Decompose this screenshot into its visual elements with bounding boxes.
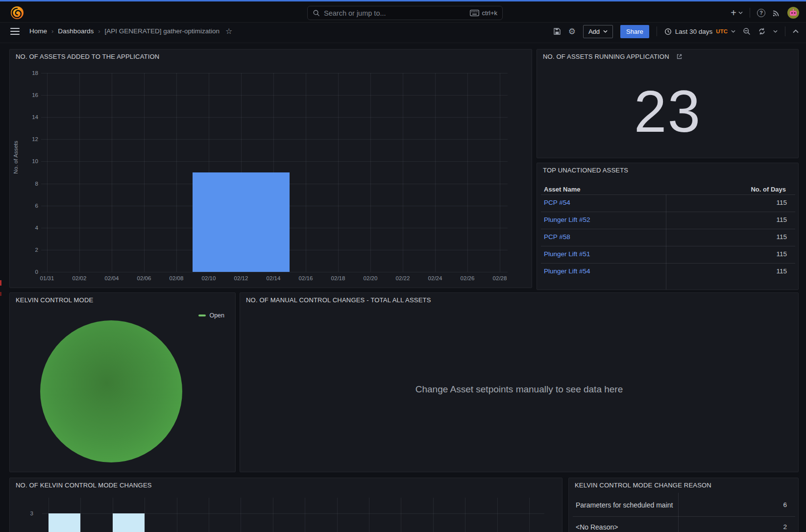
breadcrumb-dashboards[interactable]: Dashboards	[58, 27, 94, 35]
gridline-v	[403, 73, 403, 272]
gridline-v	[433, 498, 434, 532]
save-dashboard-button[interactable]	[553, 27, 561, 35]
count-value: 6	[762, 501, 787, 508]
x-tick-label: 02/26	[456, 275, 479, 282]
save-icon	[553, 27, 561, 35]
row-divider	[541, 263, 795, 264]
gridline-v	[112, 73, 112, 272]
asset-name-link[interactable]: PCP #58	[544, 233, 570, 241]
asset-name-link[interactable]: Plunger Lift #54	[544, 267, 590, 275]
bar-chart-assets-added: 02468101214161801/3102/0202/0402/0602/08…	[10, 49, 533, 289]
menu-toggle-button[interactable]	[10, 28, 20, 35]
breadcrumb-separator: ›	[51, 27, 53, 35]
x-tick-label: 02/14	[262, 275, 285, 282]
row-divider	[541, 246, 795, 246]
days-value: 115	[757, 199, 787, 206]
y-tick-label: 2	[17, 246, 38, 253]
refresh-interval-button[interactable]	[773, 30, 778, 33]
gridline-v	[306, 73, 306, 272]
gridline-v	[80, 498, 81, 532]
favorite-star-button[interactable]: ☆	[225, 26, 232, 36]
gridline-v	[467, 73, 468, 272]
row-divider	[541, 229, 795, 229]
timezone-label: UTC	[716, 28, 728, 34]
breadcrumb: Home › Dashboards › [API GENERATED] gath…	[29, 25, 232, 36]
gridline-h	[41, 95, 508, 96]
divider	[657, 26, 657, 36]
legend-item-open[interactable]: Open	[198, 312, 224, 319]
gridline-h	[41, 117, 508, 118]
days-value: 115	[757, 233, 787, 241]
asset-name-link[interactable]: PCP #54	[544, 199, 570, 206]
add-panel-button[interactable]: Add	[583, 25, 613, 38]
gridline-v	[145, 498, 145, 532]
y-tick-label: 14	[17, 114, 38, 121]
x-tick-label: 02/24	[424, 275, 446, 282]
panel-assets-running: NO. OF ASSETS RUNNING APPLICATION 23	[537, 49, 799, 158]
panel-title[interactable]: KELVIN CONTROL MODE	[16, 296, 93, 304]
pie-chart-open-slice	[40, 320, 182, 462]
row-divider	[541, 194, 795, 195]
x-tick-label: 02/10	[197, 275, 220, 282]
gridline-v	[144, 73, 145, 272]
news-button[interactable]	[772, 9, 781, 17]
bar	[49, 513, 80, 532]
gridline-v	[79, 73, 80, 272]
user-avatar[interactable]	[787, 7, 799, 19]
bar	[113, 513, 145, 532]
count-value: 2	[762, 523, 787, 531]
screen-edge-artifact	[0, 280, 1, 286]
panel-title[interactable]: NO. OF MANUAL CONTROL CHANGES - TOTAL AL…	[246, 296, 431, 304]
gridline-v	[337, 498, 338, 532]
days-value: 115	[757, 267, 787, 275]
x-tick-label: 02/18	[327, 275, 349, 282]
help-icon: ?	[757, 9, 765, 17]
divider	[750, 8, 750, 18]
keyboard-icon	[470, 10, 479, 16]
row-divider	[573, 516, 795, 517]
chevron-down-icon	[731, 30, 735, 33]
x-tick-label: 02/06	[133, 275, 155, 282]
new-dropdown-button[interactable]: +	[731, 8, 743, 17]
zoom-out-button[interactable]	[743, 27, 751, 35]
x-tick-label: 02/04	[100, 275, 123, 282]
gridline-v	[305, 498, 305, 532]
gridline-v	[370, 73, 371, 272]
help-button[interactable]: ?	[757, 9, 765, 17]
asset-name-link[interactable]: Plunger Lift #51	[544, 250, 590, 258]
gridline-v	[176, 73, 177, 272]
gridline-h	[41, 139, 508, 140]
gridline-v	[209, 498, 209, 532]
panel-title[interactable]: NO. OF ASSETS RUNNING APPLICATION	[543, 53, 683, 60]
x-tick-label: 02/28	[488, 275, 511, 282]
reason-text: Parameters for scheduled maint	[576, 501, 673, 509]
time-range-picker[interactable]: Last 30 days UTC	[664, 28, 735, 35]
table-top-unactioned: PCP #54115Plunger Lift #52115PCP #58115P…	[537, 163, 799, 290]
gridline-v	[241, 498, 241, 532]
asset-name-link[interactable]: Plunger Lift #52	[544, 216, 590, 223]
gridline-v	[177, 498, 177, 532]
collapse-toolbar-button[interactable]	[793, 29, 799, 33]
toolbar-actions: ⚙ Add Share Last 30 days UTC	[553, 24, 799, 39]
external-link-icon[interactable]	[676, 53, 683, 60]
divider	[785, 26, 785, 36]
x-tick-label: 02/22	[391, 275, 414, 282]
bar	[193, 172, 290, 272]
share-button[interactable]: Share	[620, 25, 649, 38]
refresh-button[interactable]	[758, 27, 766, 35]
grafana-logo[interactable]	[11, 6, 24, 19]
refresh-icon	[758, 27, 766, 35]
x-tick-label: 02/02	[68, 275, 91, 282]
x-tick-label: 02/08	[165, 275, 188, 282]
panel-manual-control-changes: NO. OF MANUAL CONTROL CHANGES - TOTAL AL…	[240, 292, 799, 472]
screen-edge-artifact	[0, 292, 1, 296]
search-input[interactable]: Search or jump to... ctrl+k	[307, 6, 503, 20]
days-value: 115	[757, 216, 787, 223]
panel-assets-added: NO. OF ASSETS ADDED TO THE APPLICATION N…	[9, 49, 532, 288]
reason-text: <No Reason>	[576, 523, 618, 531]
x-tick-label: 02/16	[294, 275, 317, 282]
gridline-h	[41, 272, 508, 272]
legend-label: Open	[209, 312, 224, 319]
breadcrumb-home[interactable]: Home	[29, 27, 47, 35]
dashboard-settings-button[interactable]: ⚙	[568, 26, 576, 37]
